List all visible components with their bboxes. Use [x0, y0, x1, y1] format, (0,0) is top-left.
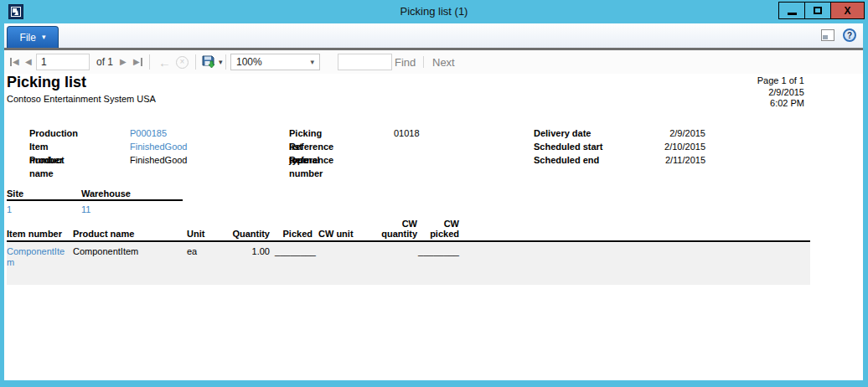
zoom-select[interactable]: 100% ▾: [230, 54, 320, 70]
quantity-cell: 1.00: [211, 246, 270, 256]
report-viewer-window: Picking list (1) X File ▾ ? ◀ ◀ of 1 ▶: [0, 0, 868, 387]
item-table-divider: [7, 240, 810, 242]
journal-value: 01018: [394, 126, 420, 140]
window-title: Picking list (1): [0, 0, 868, 23]
next-page-button[interactable]: ▶: [120, 50, 127, 74]
reference-number-label: Reference number: [289, 153, 333, 180]
toolbar-separator: [149, 54, 150, 70]
window-controls: X: [779, 2, 865, 19]
find-button[interactable]: Find: [395, 50, 416, 74]
last-page-icon: ▶: [133, 58, 142, 66]
titlebar: Picking list (1) X: [0, 0, 868, 23]
chevron-down-icon: ▾: [219, 58, 223, 66]
scheduled-end-value: 2/11/2015: [622, 153, 705, 167]
report-title: Picking list: [7, 74, 86, 91]
menubar-right: ?: [821, 28, 856, 42]
production-label: Production: [29, 126, 78, 140]
scheduled-end-label: Scheduled end: [534, 153, 599, 167]
scheduled-start-label: Scheduled start: [534, 140, 603, 153]
site-link[interactable]: 1: [7, 204, 12, 214]
page-count-label: of 1: [96, 50, 113, 74]
cancel-icon: ×: [176, 56, 189, 69]
item-number-link[interactable]: FinishedGood: [130, 140, 188, 153]
warehouse-header: Warehouse: [81, 188, 131, 199]
maximize-icon: [814, 7, 822, 14]
close-button[interactable]: X: [830, 2, 865, 19]
warehouse-link[interactable]: 11: [81, 204, 90, 214]
cw-picked-cell: ________: [417, 246, 459, 256]
toolbar-separator: [423, 56, 424, 68]
page-info-block: Page 1 of 1 2/9/2015 6:02 PM: [666, 75, 804, 110]
site-table-divider: [7, 199, 183, 201]
document-map-icon[interactable]: [821, 29, 834, 41]
client-area: File ▾ ? ◀ ◀ of 1 ▶ ▶ ← ×: [4, 23, 863, 380]
col-header-cw-picked: CW picked: [413, 219, 459, 239]
next-result-button[interactable]: Next: [432, 50, 455, 74]
production-link[interactable]: P000185: [130, 126, 167, 140]
product-name-cell: ComponentItem: [73, 246, 173, 256]
back-to-parent-button[interactable]: ←: [158, 50, 171, 74]
find-label: Find: [395, 56, 416, 69]
product-name-value: FinishedGood: [130, 153, 188, 167]
first-page-icon: ◀: [10, 58, 19, 66]
zoom-value: 100%: [236, 56, 262, 68]
report-toolbar: ◀ ◀ of 1 ▶ ▶ ← × ▾: [4, 50, 863, 74]
stop-rendering-button[interactable]: ×: [176, 50, 189, 74]
report-date: 2/9/2015: [666, 87, 804, 99]
file-menu-button[interactable]: File ▾: [7, 26, 59, 48]
chevron-down-icon: ▾: [310, 58, 314, 66]
minimize-button[interactable]: [778, 2, 805, 19]
back-arrow-icon: ←: [158, 56, 171, 69]
next-page-icon: ▶: [120, 58, 127, 66]
col-header-cw-quantity: CW quantity: [367, 219, 417, 239]
export-button[interactable]: ▾: [202, 50, 223, 74]
minimize-icon: [788, 13, 797, 15]
close-icon: X: [844, 6, 850, 16]
table-row: ComponentItem ComponentItem ea 1.00 ____…: [4, 246, 810, 280]
export-save-icon: [202, 54, 215, 70]
toolbar-separator: [225, 54, 226, 70]
previous-page-icon: ◀: [25, 58, 32, 66]
last-page-button[interactable]: ▶: [133, 50, 142, 74]
page-info: Page 1 of 1: [666, 75, 804, 87]
report-page: Picking list Contoso Entertainment Syste…: [4, 74, 863, 380]
item-number-cell-link[interactable]: ComponentItem: [7, 246, 69, 268]
scheduled-start-value: 2/10/2015: [622, 140, 705, 153]
item-table-header: Item number Product name Unit Quantity P…: [4, 214, 810, 239]
col-header-picked: Picked: [272, 229, 313, 239]
file-menu-label: File: [20, 32, 36, 44]
report-time: 6:02 PM: [666, 98, 804, 110]
maximize-button[interactable]: [804, 2, 831, 19]
picked-cell: ________: [274, 246, 316, 256]
previous-page-button[interactable]: ◀: [25, 50, 32, 74]
next-label: Next: [432, 56, 455, 69]
find-input[interactable]: [338, 54, 392, 70]
col-header-item-number: Item number: [7, 229, 69, 239]
delivery-date-label: Delivery date: [534, 126, 591, 140]
chevron-down-icon: ▾: [42, 34, 46, 41]
toolbar-separator: [195, 54, 196, 70]
first-page-button[interactable]: ◀: [10, 50, 19, 74]
delivery-date-value: 2/9/2015: [622, 126, 705, 140]
product-name-label: Product name: [29, 153, 65, 180]
col-header-quantity: Quantity: [211, 229, 270, 239]
company-name: Contoso Entertainment System USA: [7, 94, 156, 104]
menubar: File ▾ ?: [4, 23, 863, 48]
page-number-input[interactable]: [36, 54, 90, 70]
col-header-product-name: Product name: [73, 229, 173, 239]
help-icon[interactable]: ?: [843, 28, 856, 42]
site-header: Site: [7, 188, 23, 199]
col-header-cw-unit: CW unit: [318, 229, 364, 239]
